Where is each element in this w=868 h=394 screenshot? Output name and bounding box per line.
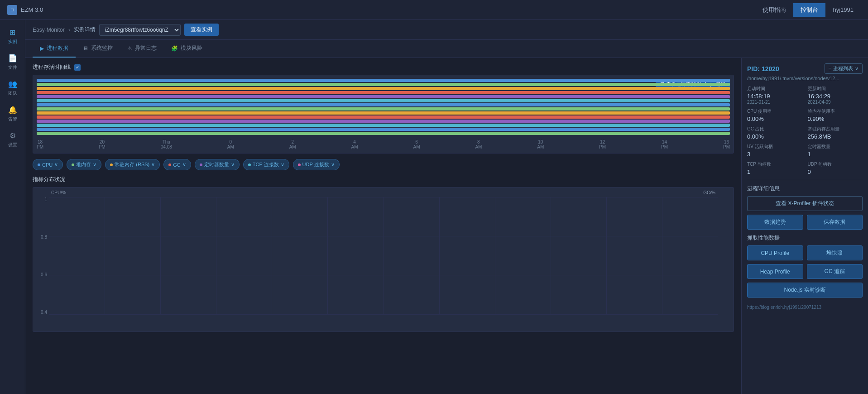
axis-20pm: 20PM — [99, 139, 106, 149]
timeline-line-8 — [37, 107, 730, 111]
main-split: 进程存活时间线 ✓ ⊞ 查看运行中的 Node.js 进程 — [25, 58, 868, 394]
main-layout: ⊞ 实例 📄 文件 👥 团队 🔔 告警 ⚙ 设置 Easy-Monitor › … — [0, 20, 868, 394]
tcp-item: TCP 句柄数 1 — [747, 161, 802, 175]
timeline-line-12 — [37, 124, 730, 127]
filter-gc[interactable]: GC ∨ — [163, 159, 191, 170]
filter-cpu[interactable]: CPU ∨ — [33, 159, 63, 170]
cpu-usage-label: CPU 使用率 — [747, 108, 802, 115]
filter-rss[interactable]: 常驻内存 (RSS) ∨ — [105, 159, 160, 170]
y-label-04: 0.4 — [35, 310, 47, 315]
data-trend-button[interactable]: 数据趋势 — [747, 215, 803, 230]
timeline-line-2 — [37, 83, 730, 86]
top-nav: □ EZM 3.0 使用指南 控制台 hyj1991 — [0, 0, 868, 20]
heap-usage-item: 堆内存使用率 0.90% — [808, 108, 863, 122]
cpu-usage-item: CPU 使用率 0.00% — [747, 108, 802, 122]
pid-title: PID: 12020 — [747, 65, 779, 72]
view-instance-button[interactable]: 查看实例 — [184, 24, 219, 36]
app-title: EZM 3.0 — [21, 6, 43, 13]
cpu-profile-button[interactable]: CPU Profile — [747, 245, 803, 260]
breadcrumb-current: 实例详情 — [74, 26, 96, 34]
sidebar-item-alerts[interactable]: 🔔 告警 — [0, 101, 25, 127]
process-list-button[interactable]: ≡ 进程列表 ∨ — [825, 63, 863, 74]
breadcrumb-bar: Easy-Monitor › 实例详情 iZm5egr88rtfowtz6oo6… — [25, 20, 868, 40]
cpu-usage-value: 0.00% — [747, 115, 802, 122]
sidebar-item-files[interactable]: 📄 文件 — [0, 49, 25, 75]
process-info-grid: 启动时间 14:58:19 2021-01-21 更新时间 16:34:29 2… — [747, 86, 863, 180]
save-data-button[interactable]: 保存数据 — [807, 215, 863, 230]
filter-timer[interactable]: 定时器数量 ∨ — [195, 159, 240, 170]
timeline-line-9 — [37, 111, 730, 115]
filter-gc-dot — [168, 163, 171, 166]
y-label-08: 0.8 — [35, 235, 47, 240]
console-button[interactable]: 控制台 — [793, 3, 825, 17]
tab-process-data[interactable]: ▶ 进程数据 — [33, 40, 76, 58]
alerts-icon: 🔔 — [8, 106, 17, 114]
filter-rss-label: 常驻内存 (RSS) — [115, 161, 149, 168]
start-time-value: 14:58:19 — [747, 93, 802, 100]
tab-exception-label: 异常日志 — [135, 44, 157, 52]
sidebar-item-label-alerts: 告警 — [8, 116, 17, 122]
filter-udp[interactable]: UDP 连接数 ∨ — [293, 159, 340, 170]
xprofiler-status-button[interactable]: 查看 X-Profiler 插件状态 — [747, 196, 863, 211]
nodejs-diag-button[interactable]: Node.js 实时诊断 — [747, 283, 863, 298]
filter-udp-label: UDP 连接数 — [302, 161, 329, 168]
chart-left-label: CPU/% — [51, 190, 66, 195]
filter-tcp[interactable]: TCP 连接数 ∨ — [243, 159, 289, 170]
filter-heap-chevron: ∨ — [93, 162, 96, 168]
user-menu[interactable]: hyj1991 — [825, 4, 861, 16]
chart-right-label: GC/% — [703, 190, 715, 195]
chart-y-labels: 1 0.8 0.6 0.4 — [33, 197, 49, 315]
sidebar-item-label-team: 团队 — [8, 90, 17, 96]
tab-system-label: 系统监控 — [91, 44, 113, 52]
udp-label: UDP 句柄数 — [808, 161, 863, 168]
timeline-line-1 — [37, 79, 730, 82]
heap-snapshot-button[interactable]: 堆快照 — [807, 245, 863, 260]
content-area: Easy-Monitor › 实例详情 iZm5egr88rtfowtz6oo6… — [25, 20, 868, 394]
chart-labels-top: CPU/% GC/% — [33, 187, 734, 195]
start-date: 2021-01-21 — [747, 100, 802, 105]
instances-icon: ⊞ — [10, 28, 15, 37]
guide-button[interactable]: 使用指南 — [755, 3, 793, 17]
rss-label: 常驻内存占用量 — [808, 126, 863, 132]
top-nav-left: □ EZM 3.0 — [7, 5, 43, 15]
filter-gc-label: GC — [173, 162, 181, 168]
axis-0am: 0AM — [227, 139, 234, 149]
tab-system-icon: 🖥 — [83, 45, 88, 52]
metrics-chart: CPU/% GC/% 1 0.8 0.6 0.4 — [33, 187, 734, 332]
tab-system-monitor[interactable]: 🖥 系统监控 — [76, 40, 120, 58]
sidebar-item-instances[interactable]: ⊞ 实例 — [0, 24, 25, 49]
files-icon: 📄 — [8, 54, 17, 62]
filter-heap[interactable]: 堆内存 ∨ — [67, 159, 101, 170]
capture-row-2: Heap Profile GC 追踪 — [747, 264, 863, 279]
timeline-title: 进程存活时间线 — [33, 63, 71, 71]
tab-module-risk[interactable]: 🧩 模块风险 — [164, 40, 210, 58]
process-list-icon: ≡ — [829, 66, 831, 72]
heap-profile-button[interactable]: Heap Profile — [747, 264, 803, 279]
timeline-line-5 — [37, 95, 730, 98]
timeline-line-11 — [37, 120, 730, 123]
timeline-axis: 18PM 20PM Thu04.08 0AM 2AM 4AM 6AM 8AM 1… — [37, 138, 730, 149]
udp-value: 0 — [808, 168, 863, 175]
start-time-item: 启动时间 14:58:19 2021-01-21 — [747, 86, 802, 105]
uv-item: UV 活跃句柄 3 — [747, 144, 802, 158]
axis-14pm: 14PM — [661, 139, 668, 149]
axis-thu: Thu04.08 — [161, 139, 172, 149]
settings-icon: ⚙ — [10, 131, 16, 140]
top-nav-right: 使用指南 控制台 hyj1991 — [755, 3, 861, 17]
sidebar-item-settings[interactable]: ⚙ 设置 — [0, 127, 25, 153]
sidebar-item-team[interactable]: 👥 团队 — [0, 75, 25, 101]
instance-select[interactable]: iZm5egr88rtfowtz6oo6qnZ — [99, 24, 181, 36]
tab-module-icon: 🧩 — [171, 45, 178, 52]
timeline-checkbox[interactable]: ✓ — [74, 64, 81, 71]
filter-udp-chevron: ∨ — [331, 162, 335, 168]
axis-2am: 2AM — [289, 139, 296, 149]
gc-trace-button[interactable]: GC 追踪 — [807, 264, 863, 279]
filter-rss-dot — [110, 163, 113, 166]
capture-row-1: CPU Profile 堆快照 — [747, 245, 863, 260]
timeline-lines — [37, 79, 730, 138]
filter-timer-chevron: ∨ — [231, 162, 235, 168]
tab-exception-log[interactable]: ⚠ 异常日志 — [120, 40, 164, 58]
chart-grid-area — [49, 197, 718, 315]
breadcrumb-root[interactable]: Easy-Monitor — [33, 27, 65, 33]
gc-item: GC 占比 0.00% — [747, 126, 802, 140]
